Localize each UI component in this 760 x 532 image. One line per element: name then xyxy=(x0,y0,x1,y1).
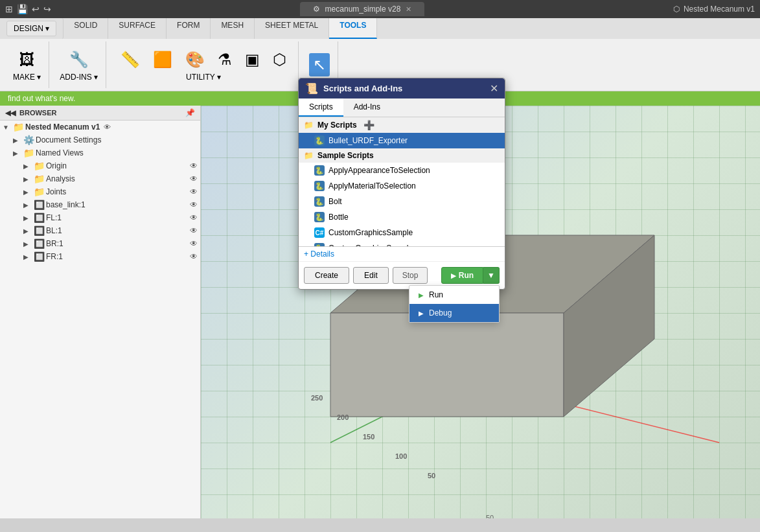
script-label-bolt: Bolt xyxy=(328,197,342,206)
dropdown-debug[interactable]: ▶ Debug xyxy=(409,304,499,322)
dropdown-debug-label: Debug xyxy=(429,308,452,318)
run-dropdown-arrow[interactable]: ▼ xyxy=(483,267,500,284)
add-script-icon[interactable]: ➕ xyxy=(363,120,374,130)
py-icon-bullet: 🐍 xyxy=(314,135,325,146)
my-scripts-label: My Scripts xyxy=(317,121,357,130)
modal-overlay: 📜 Scripts and Add-Ins ✕ Scripts Add-Ins … xyxy=(0,0,760,532)
details-row[interactable]: + Details xyxy=(299,247,505,261)
run-btn-group: ▶ Run ▼ ▶ Run ▶ Debug xyxy=(441,267,500,284)
edit-button[interactable]: Edit xyxy=(353,267,389,284)
modal-body: 📁 My Scripts ➕ 🐍 Bullet_URDF_Exporter 📁 … xyxy=(299,117,505,289)
sample-scripts-label: Sample Scripts xyxy=(317,151,374,160)
tab-addins[interactable]: Add-Ins xyxy=(343,98,391,117)
script-label-applymaterial: ApplyMaterialToSelection xyxy=(328,181,416,191)
modal-icon: 📜 xyxy=(305,82,318,95)
modal-header-left: 📜 Scripts and Add-Ins xyxy=(305,82,402,95)
script-item-bullet[interactable]: 🐍 Bullet_URDF_Exporter xyxy=(299,133,505,148)
modal-footer: Create Edit Stop ▶ Run ▼ ▶ Ru xyxy=(299,261,505,289)
modal-close-button[interactable]: ✕ xyxy=(490,82,498,95)
dropdown-run[interactable]: ▶ Run xyxy=(409,286,499,304)
script-item-customgraphics1[interactable]: C# CustomGraphicsSample xyxy=(299,225,505,240)
script-item-bolt[interactable]: 🐍 Bolt xyxy=(299,194,505,209)
cg-icon-1: C# xyxy=(314,227,325,238)
script-item-customgraphics2[interactable]: 🐍 CustomGraphicsSample xyxy=(299,240,505,247)
scripts-list: 📁 My Scripts ➕ 🐍 Bullet_URDF_Exporter 📁 … xyxy=(299,117,505,247)
my-scripts-header[interactable]: 📁 My Scripts ➕ xyxy=(299,117,505,133)
py-icon-bottle: 🐍 xyxy=(314,212,325,222)
scripts-dialog: 📜 Scripts and Add-Ins ✕ Scripts Add-Ins … xyxy=(298,78,505,290)
script-label-applyappearance: ApplyAppearanceToSelection xyxy=(328,166,430,175)
modal-tabs: Scripts Add-Ins xyxy=(299,98,505,117)
script-label-bottle: Bottle xyxy=(328,213,349,222)
py-icon-bolt: 🐍 xyxy=(314,196,325,207)
run-item-icon: ▶ xyxy=(419,292,424,299)
tab-scripts[interactable]: Scripts xyxy=(299,98,343,117)
script-item-bottle[interactable]: 🐍 Bottle xyxy=(299,209,505,225)
modal-title: Scripts and Add-Ins xyxy=(323,84,402,93)
sample-scripts-folder-icon: 📁 xyxy=(304,151,314,160)
script-item-applyappearance[interactable]: 🐍 ApplyAppearanceToSelection xyxy=(299,163,505,178)
stop-button[interactable]: Stop xyxy=(393,267,428,284)
create-button[interactable]: Create xyxy=(304,267,349,284)
debug-item-icon: ▶ xyxy=(419,310,424,317)
py-icon-applyappearance: 🐍 xyxy=(314,165,325,176)
details-label[interactable]: + Details xyxy=(304,249,334,259)
script-label-customgraphics1: CustomGraphicsSample xyxy=(328,228,413,237)
run-play-icon: ▶ xyxy=(451,272,456,279)
modal-header: 📜 Scripts and Add-Ins ✕ xyxy=(299,78,505,98)
run-dropdown-menu: ▶ Run ▶ Debug xyxy=(409,285,500,323)
sample-scripts-header[interactable]: 📁 Sample Scripts xyxy=(299,148,505,163)
my-scripts-folder-icon: 📁 xyxy=(304,121,314,130)
py-icon-applymaterial: 🐍 xyxy=(314,181,325,191)
script-item-applymaterial[interactable]: 🐍 ApplyMaterialToSelection xyxy=(299,178,505,194)
script-label-bullet: Bullet_URDF_Exporter xyxy=(328,136,408,145)
run-button[interactable]: ▶ Run xyxy=(441,267,483,284)
dropdown-run-label: Run xyxy=(429,290,443,299)
modal-buttons: Create Edit Stop ▶ Run ▼ ▶ Ru xyxy=(304,267,500,284)
